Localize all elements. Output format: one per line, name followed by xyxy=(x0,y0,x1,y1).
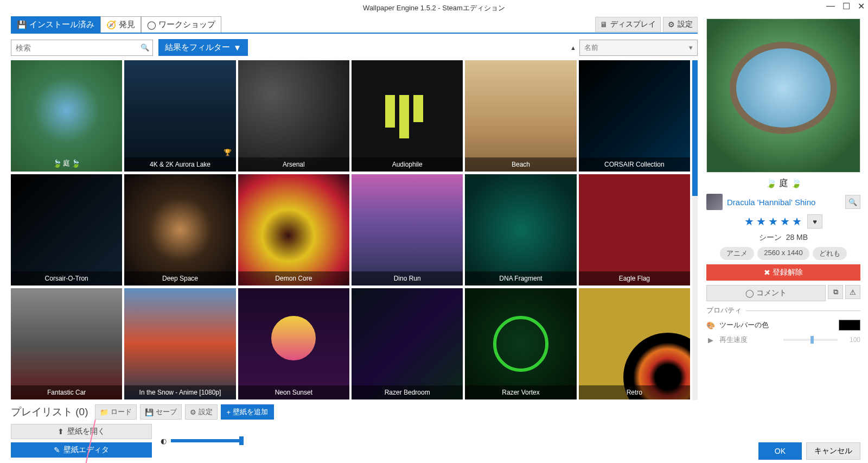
report-button[interactable]: ⚠ xyxy=(845,285,860,299)
wallpaper-tile[interactable]: In the Snow - Anime [1080p] xyxy=(124,288,235,399)
copy-icon: ⧉ xyxy=(833,288,838,296)
filter-label: 結果をフィルター xyxy=(165,42,230,53)
tab-workshop-label: ワークショップ xyxy=(158,20,215,30)
brightness-control[interactable]: ◐ xyxy=(161,437,241,445)
steam-icon: ◯ xyxy=(745,289,754,297)
search-box[interactable]: 🔍 xyxy=(11,40,153,56)
settings-label: 設定 xyxy=(678,20,693,29)
tile-caption: 4K & 2K Aurora Lake xyxy=(124,157,235,172)
properties-header: プロパティ xyxy=(706,306,860,315)
filter-button[interactable]: 結果をフィルター ▼ xyxy=(158,39,248,56)
tile-caption: Fantastic Car xyxy=(11,385,122,399)
heart-icon: ♥ xyxy=(813,218,817,226)
play-icon: ▶ xyxy=(706,336,715,344)
steam-icon: ◯ xyxy=(147,20,156,30)
wallpaper-tile[interactable]: Eagle Flag xyxy=(579,174,690,286)
close-icon[interactable]: ✕ xyxy=(858,1,865,11)
tile-caption: Razer Vortex xyxy=(465,385,576,399)
tile-caption: In the Snow - Anime [1080p] xyxy=(124,385,235,399)
tab-discover[interactable]: 🧭 発見 xyxy=(100,16,141,33)
settings-button[interactable]: ⚙ 設定 xyxy=(663,17,698,32)
warning-icon: ⚠ xyxy=(850,288,856,296)
palette-icon: 🎨 xyxy=(706,321,715,329)
gears-icon: ⚙ xyxy=(190,408,196,416)
wallpaper-tile[interactable]: Corsair-O-Tron xyxy=(11,174,122,286)
tile-caption: CORSAIR Collection xyxy=(579,157,690,172)
tile-caption: Dino Run xyxy=(352,271,463,286)
window-title: Wallpaper Engine 1.5.2 - Steamエディション xyxy=(363,3,505,13)
comment-button[interactable]: ◯コメント xyxy=(706,285,826,301)
save-icon: 💾 xyxy=(17,20,27,30)
wallpaper-tile[interactable]: Beach xyxy=(465,60,576,172)
speed-value: 100 xyxy=(842,336,860,344)
wallpaper-tile[interactable]: 🍃庭🍃 xyxy=(11,60,122,172)
scrollbar-thumb[interactable] xyxy=(692,60,698,196)
tile-caption: Retro xyxy=(579,385,690,399)
save-icon: 💾 xyxy=(145,408,154,416)
playlist-settings-button[interactable]: ⚙設定 xyxy=(185,404,218,420)
rating-stars[interactable]: ★★★★★ xyxy=(744,215,804,228)
tab-installed[interactable]: 💾 インストール済み xyxy=(11,16,100,33)
author-avatar[interactable] xyxy=(706,194,723,210)
tab-workshop[interactable]: ◯ ワークショップ xyxy=(141,16,221,33)
copy-button[interactable]: ⧉ xyxy=(828,285,843,299)
wallpaper-tile[interactable]: Audiophile xyxy=(352,60,463,172)
tile-caption: Neon Sunset xyxy=(238,385,349,399)
x-icon: ✖ xyxy=(764,268,770,277)
tile-caption: Eagle Flag xyxy=(579,271,690,286)
gear-icon: ⚙ xyxy=(668,20,675,29)
color-swatch[interactable] xyxy=(839,320,860,331)
upload-icon: ⬆ xyxy=(58,427,64,436)
tools-icon: ✎ xyxy=(54,446,60,454)
playlist-add-button[interactable]: +壁紙を追加 xyxy=(221,404,275,420)
search-icon: 🔍 xyxy=(848,198,857,206)
sort-direction-icon[interactable]: ▲ xyxy=(570,45,576,51)
playlist-load-button[interactable]: 📁ロード xyxy=(95,404,137,420)
search-icon[interactable]: 🔍 xyxy=(137,43,152,52)
wallpaper-tile[interactable]: Fantastic Car xyxy=(11,288,122,399)
tile-caption: Corsair-O-Tron xyxy=(11,271,122,286)
compass-icon: 🧭 xyxy=(106,20,117,30)
scrollbar[interactable] xyxy=(692,60,698,400)
plus-icon: + xyxy=(227,408,231,416)
playlist-label: プレイリスト (0) xyxy=(11,405,88,419)
favorite-button[interactable]: ♥ xyxy=(807,214,822,229)
tag[interactable]: 2560 x 1440 xyxy=(757,247,809,260)
display-label: ディスプレイ xyxy=(610,20,656,29)
sort-select[interactable]: 名前 ▾ xyxy=(579,40,698,56)
wallpaper-tile[interactable]: 4K & 2K Aurora Lake🏆 xyxy=(124,60,235,172)
wallpaper-tile[interactable]: Neon Sunset xyxy=(238,288,349,399)
sort-label: 名前 xyxy=(584,43,598,53)
tile-caption: DNA Fragment xyxy=(465,271,576,286)
tag[interactable]: どれも xyxy=(813,247,847,260)
filter-icon: ▼ xyxy=(233,43,241,52)
display-button[interactable]: 🖥 ディスプレイ xyxy=(595,17,661,32)
ok-button[interactable]: OK xyxy=(758,442,802,460)
wallpaper-tile[interactable]: DNA Fragment xyxy=(465,174,576,286)
wallpaper-tile[interactable]: Arsenal xyxy=(238,60,349,172)
cancel-button[interactable]: キャンセル xyxy=(806,442,860,460)
search-input[interactable] xyxy=(11,43,137,52)
wallpaper-tile[interactable]: Razer Vortex xyxy=(465,288,576,399)
prop-speed-label: 再生速度 xyxy=(719,335,779,345)
brightness-slider[interactable] xyxy=(171,439,241,442)
open-wallpaper-button[interactable]: ⬆ 壁紙を開く xyxy=(11,424,152,439)
wallpaper-tile[interactable]: Razer Bedroom xyxy=(352,288,463,399)
maximize-icon[interactable]: ☐ xyxy=(843,1,850,11)
author-search-button[interactable]: 🔍 xyxy=(845,195,860,209)
wallpaper-meta: シーン 28 MB xyxy=(706,233,860,243)
author-link[interactable]: Dracula 'Hannibal' Shino xyxy=(727,198,841,207)
tab-installed-label: インストール済み xyxy=(29,20,94,30)
tag[interactable]: アニメ xyxy=(720,247,754,260)
wallpaper-tile[interactable]: Dino Run xyxy=(352,174,463,286)
speed-slider[interactable] xyxy=(783,339,838,341)
minimize-icon[interactable]: — xyxy=(826,1,835,11)
editor-button[interactable]: ✎ 壁紙エディタ xyxy=(11,442,152,458)
wallpaper-tile[interactable]: Retro xyxy=(579,288,690,399)
wallpaper-tile[interactable]: Deep Space xyxy=(124,174,235,286)
tile-caption: Deep Space xyxy=(124,271,235,286)
wallpaper-tile[interactable]: Demon Core xyxy=(238,174,349,286)
unsubscribe-button[interactable]: ✖登録解除 xyxy=(706,264,860,281)
wallpaper-tile[interactable]: CORSAIR Collection xyxy=(579,60,690,172)
playlist-save-button[interactable]: 💾セーブ xyxy=(140,404,182,420)
